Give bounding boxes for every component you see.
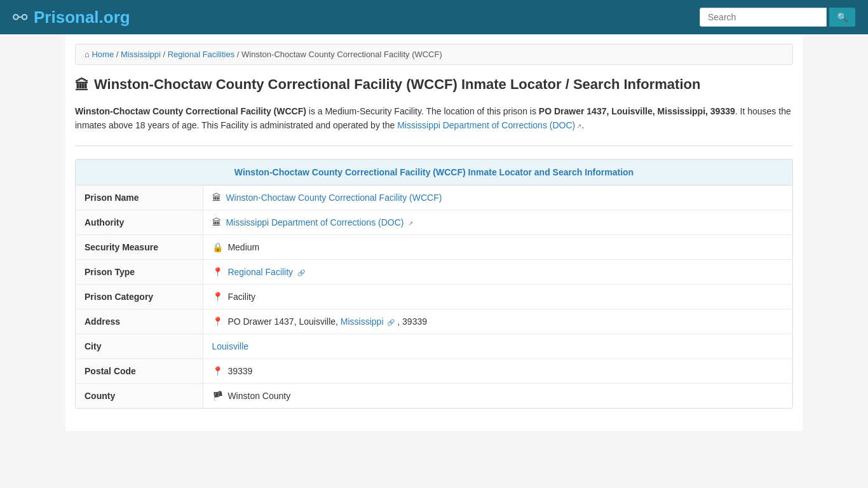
page-title: 🏛 Winston-Choctaw County Correctional Fa…	[75, 76, 793, 94]
breadcrumb-sep1: /	[116, 50, 121, 59]
authority-link[interactable]: Mississippi Department of Corrections (D…	[226, 217, 403, 227]
prison-name-link[interactable]: Winston-Choctaw County Correctional Faci…	[226, 193, 442, 203]
main-content: ⌂ Home / Mississippi / Regional Faciliti…	[65, 34, 803, 431]
security-icon: 🔒	[212, 242, 223, 252]
row-value-security: 🔒 Medium	[203, 234, 792, 259]
logo-text-accent: .org	[99, 8, 130, 27]
address-text-before: PO Drawer 1437, Louisville,	[227, 316, 340, 327]
table-row: City Louisville	[76, 334, 792, 358]
site-header: ⚯ Prisonal.org 🔍	[0, 0, 868, 34]
breadcrumb-sep2: /	[163, 50, 168, 59]
search-icon: 🔍	[837, 12, 848, 22]
row-value-address: 📍 PO Drawer 1437, Louisville, Mississipp…	[203, 309, 792, 334]
info-table-header: Winston-Choctaw County Correctional Faci…	[76, 159, 792, 186]
row-label-postal: Postal Code	[76, 358, 203, 383]
authority-ext-icon: ↗	[408, 220, 413, 227]
table-row: Prison Name 🏛 Winston-Choctaw County Cor…	[76, 186, 792, 210]
doc-link-inline[interactable]: Mississippi Department of Corrections (D…	[397, 120, 575, 130]
logo-icon: ⚯	[13, 7, 27, 28]
row-label-address: Address	[76, 309, 203, 334]
city-link[interactable]: Louisville	[212, 341, 249, 351]
logo-text: Prisonal.org	[34, 8, 130, 27]
address-ext-icon: 🔗	[387, 319, 395, 326]
row-label-authority: Authority	[76, 210, 203, 234]
breadcrumb-mississippi[interactable]: Mississippi	[121, 50, 161, 59]
table-row: Prison Category 📍 Facility	[76, 284, 792, 309]
row-value-authority: 🏛 Mississippi Department of Corrections …	[203, 210, 792, 234]
authority-icon: 🏛	[212, 217, 221, 227]
category-value: Facility	[227, 292, 255, 302]
table-row: County 🏴 Winston County	[76, 383, 792, 408]
county-icon: 🏴	[212, 391, 223, 401]
postal-value: 39339	[227, 366, 252, 376]
postal-icon: 📍	[212, 366, 223, 376]
table-row: Security Measure 🔒 Medium	[76, 234, 792, 259]
description: Winston-Choctaw County Correctional Faci…	[75, 104, 793, 133]
row-value-prison-name: 🏛 Winston-Choctaw County Correctional Fa…	[203, 186, 792, 210]
county-value: Winston County	[227, 391, 290, 401]
row-value-type: 📍 Regional Facility 🔗	[203, 259, 792, 284]
type-link[interactable]: Regional Facility	[227, 267, 293, 277]
facility-name-bold: Winston-Choctaw County Correctional Faci…	[75, 106, 306, 116]
row-label-category: Prison Category	[76, 284, 203, 309]
row-label-county: County	[76, 383, 203, 408]
row-value-postal: 📍 39339	[203, 358, 792, 383]
table-row: Postal Code 📍 39339	[76, 358, 792, 383]
prison-name-icon: 🏛	[212, 193, 221, 203]
row-value-category: 📍 Facility	[203, 284, 792, 309]
table-row: Prison Type 📍 Regional Facility 🔗	[76, 259, 792, 284]
info-table-section: Winston-Choctaw County Correctional Faci…	[75, 159, 793, 409]
facility-address-bold: PO Drawer 1437, Louisville, Mississippi,…	[539, 106, 735, 116]
divider	[75, 146, 793, 146]
title-text: Winston-Choctaw County Correctional Faci…	[94, 76, 700, 93]
row-value-county: 🏴 Winston County	[203, 383, 792, 408]
breadcrumb-regional[interactable]: Regional Facilities	[168, 50, 235, 59]
info-table: Prison Name 🏛 Winston-Choctaw County Cor…	[76, 186, 792, 408]
logo-area: ⚯ Prisonal.org	[13, 7, 130, 28]
logo-text-plain: Prisonal	[34, 8, 99, 27]
search-button[interactable]: 🔍	[829, 8, 855, 27]
breadcrumb-current: Winston-Choctaw County Correctional Faci…	[241, 50, 442, 59]
type-ext-icon: 🔗	[297, 269, 305, 276]
search-area: 🔍	[700, 8, 855, 27]
table-row: Address 📍 PO Drawer 1437, Louisville, Mi…	[76, 309, 792, 334]
table-row: Authority 🏛 Mississippi Department of Co…	[76, 210, 792, 234]
address-icon: 📍	[212, 316, 223, 327]
desc-text1: is a Medium-Security Facility. The locat…	[306, 106, 539, 116]
desc-text3: .	[581, 120, 584, 130]
category-icon: 📍	[212, 292, 223, 302]
row-label-type: Prison Type	[76, 259, 203, 284]
address-state-link[interactable]: Mississippi	[341, 316, 384, 327]
row-value-city: Louisville	[203, 334, 792, 358]
type-icon: 📍	[212, 267, 223, 277]
breadcrumb: ⌂ Home / Mississippi / Regional Faciliti…	[75, 44, 793, 65]
address-zip: , 39339	[397, 316, 427, 327]
security-value: Medium	[227, 242, 259, 252]
home-icon: ⌂	[85, 50, 90, 59]
breadcrumb-sep3: /	[237, 50, 241, 59]
row-label-prison-name: Prison Name	[76, 186, 203, 210]
title-prison-icon: 🏛	[75, 78, 89, 94]
search-input[interactable]	[700, 8, 827, 27]
row-label-city: City	[76, 334, 203, 358]
row-label-security: Security Measure	[76, 234, 203, 259]
breadcrumb-home[interactable]: Home	[92, 50, 114, 59]
